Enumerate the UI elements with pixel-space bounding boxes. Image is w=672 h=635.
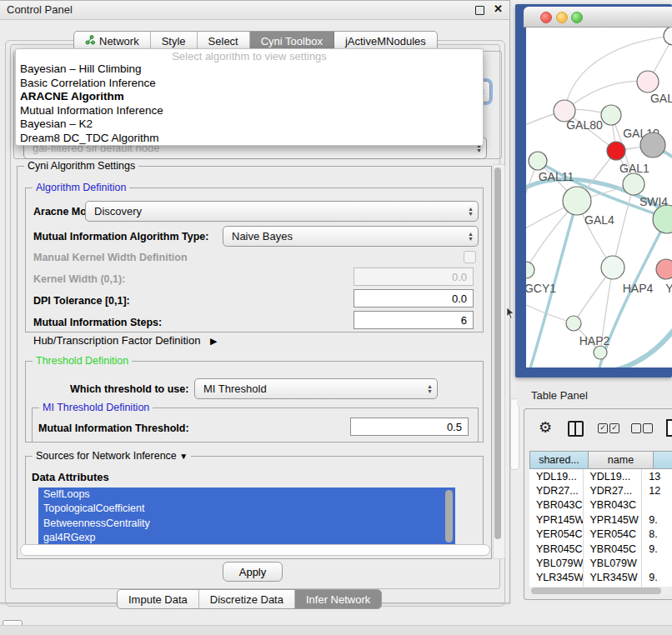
algorithm-option-basic-correlation-inference[interactable]: Basic Correlation Inference [16, 77, 483, 91]
node-gal80-label: GAL80 [566, 118, 603, 132]
node-hap4[interactable] [601, 256, 624, 279]
collapse-down-icon[interactable]: ▼ [179, 452, 188, 461]
network-view-window: GALGAL80GAL10GAL1GAL11GAL4SWI4GCY1HAP4YH… [515, 4, 672, 378]
network-canvas[interactable]: GALGAL80GAL10GAL1GAL11GAL4SWI4GCY1HAP4YH… [526, 28, 672, 368]
table-row[interactable]: YBR043CYBR043C [529, 498, 672, 512]
node-gal4-label: GAL4 [584, 213, 614, 227]
bottom-tab-bar: Impute DataDiscretize DataInfer Network [117, 589, 382, 609]
tab-impute-data[interactable]: Impute Data [118, 590, 199, 608]
node-red[interactable] [607, 142, 625, 160]
hub-transcription-factor-section[interactable]: Hub/Transcription Factor Definition ▶ [33, 334, 217, 347]
node-gal1-label: GAL1 [619, 162, 649, 175]
network-window-titlebar[interactable] [524, 7, 672, 28]
stepper-arrows-icon: ▲▼ [464, 232, 478, 242]
which-threshold-combobox[interactable]: MI Threshold ▲▼ [194, 378, 438, 399]
data-attributes-label: Data Attributes [32, 471, 109, 483]
column-header-name[interactable]: name [589, 451, 654, 469]
column-header-shared-name[interactable]: shared... [529, 451, 589, 469]
minimize-traffic-light-icon[interactable] [556, 12, 568, 23]
checked-checkbox-icon[interactable]: ✓ [609, 423, 619, 433]
data-attributes-list[interactable]: SelfLoopsTopologicalCoefficientBetweenne… [38, 488, 455, 546]
dpi-tolerance-label: DPI Tolerance [0,1]: [33, 295, 130, 307]
attribute-item-gal4rgexp[interactable]: gal4RGexp [38, 531, 455, 545]
node-gal2[interactable] [637, 71, 659, 92]
attribute-item-selfloops[interactable]: SelfLoops [38, 488, 455, 502]
table-row[interactable]: YDR27...YDR27...12 [529, 483, 672, 498]
tab-style[interactable]: Style [151, 32, 198, 50]
algorithm-option-bayesian-hill-climbing[interactable]: Bayesian – Hill Climbing [16, 62, 483, 77]
table-panel-title: Table Panel [531, 389, 588, 402]
node-bottom[interactable] [594, 346, 607, 359]
split-columns-icon[interactable] [568, 421, 584, 437]
manual-kernel-width-checkbox[interactable] [464, 251, 476, 263]
tab-jactivemnodules[interactable]: jActiveMNodules [334, 32, 437, 50]
node-salmon[interactable] [656, 259, 672, 279]
table-row[interactable]: YLR345WYLR345W9. [529, 571, 672, 585]
column-header-cut[interactable] [654, 451, 672, 469]
node-gray[interactable] [640, 132, 665, 158]
tab-select[interactable]: Select [198, 32, 250, 50]
algorithm-option-dream8-dc-tdc-algorithm[interactable]: Dream8 DC_TDC Algorithm [16, 132, 483, 146]
tab-label: Cyni Toolbox [261, 35, 323, 48]
screen: Control Panel ✕ NetworkStyleSelectCyni T… [0, 0, 672, 635]
tab-discretize-data[interactable]: Discretize Data [199, 590, 295, 608]
algorithm-option-bayesian-k2[interactable]: Bayesian – K2 [16, 118, 483, 132]
table-cell: YLR345W [529, 571, 584, 585]
gear-icon[interactable]: ⚙ [539, 418, 552, 437]
mi-threshold-field[interactable]: 0.5 [350, 418, 469, 436]
tab-label: Select [208, 35, 238, 48]
algorithm-option-mutual-information-inference[interactable]: Mutual Information Inference [16, 104, 483, 118]
dpi-tolerance-field[interactable]: 0.0 [354, 289, 474, 308]
unchecked-checkbox-icon[interactable] [631, 423, 641, 433]
tab-label: jActiveMNodules [345, 35, 426, 48]
node-swi4[interactable] [653, 205, 672, 233]
node-gcy1[interactable] [526, 262, 534, 278]
node-top-cut[interactable] [664, 28, 672, 45]
table-cell [642, 498, 672, 512]
checked-checkbox-icon[interactable]: ✓ [598, 423, 608, 433]
settings-horizontal-scrollbar[interactable] [20, 544, 490, 556]
close-icon[interactable]: ✕ [494, 2, 503, 15]
algorithm-dropdown-prompt: Select algorithm to view settings [16, 50, 483, 62]
apply-button[interactable]: Apply [223, 562, 283, 582]
table-horizontal-scrollbar[interactable] [529, 587, 671, 595]
attributes-list-scrollbar[interactable] [445, 490, 453, 542]
table-row[interactable]: YBL079WYBL079W [529, 556, 672, 570]
node-gal11[interactable] [529, 152, 547, 170]
expand-right-icon[interactable]: ▶ [210, 336, 217, 347]
attribute-item-betweennesscentrality[interactable]: BetweennessCentrality [38, 517, 455, 531]
table-cell: 9. [642, 571, 672, 585]
tab-infer-network[interactable]: Infer Network [295, 590, 381, 608]
table-row[interactable]: YER054CYER054C8. [529, 528, 672, 542]
zoom-traffic-light-icon[interactable] [571, 12, 583, 23]
table-scrollbar-thumb[interactable] [531, 588, 661, 594]
algorithm-option-aracne-algorithm[interactable]: ARACNE Algorithm [16, 90, 483, 104]
aracne-mode-combobox[interactable]: Discovery ▲▼ [85, 201, 479, 222]
node-gal10[interactable] [601, 105, 621, 125]
table-row[interactable]: YPR145WYPR145W9. [529, 512, 672, 527]
node-hap2[interactable] [566, 316, 581, 331]
node-gal1[interactable] [623, 173, 644, 195]
page-icon[interactable] [666, 419, 672, 437]
table-row[interactable]: YDL19...YDL19...13 [529, 469, 672, 483]
mi-algorithm-type-combobox[interactable]: Naive Bayes ▲▼ [223, 226, 479, 247]
tab-cyni-toolbox[interactable]: Cyni Toolbox [250, 32, 334, 50]
unchecked-checkbox-icon[interactable] [643, 423, 653, 433]
node-gal4[interactable] [563, 187, 591, 215]
attribute-item-topologicalcoefficient[interactable]: TopologicalCoefficient [38, 502, 455, 516]
settings-vertical-scrollbar[interactable] [493, 164, 505, 559]
mi-algorithm-type-value: Naive Bayes [232, 230, 293, 242]
network-edge [613, 184, 634, 268]
settings-scrollbar-thumb[interactable] [494, 168, 501, 539]
mi-threshold-definition-title: MI Threshold Definition [39, 402, 153, 413]
table-cell: YBR043C [529, 498, 584, 512]
close-traffic-light-icon[interactable] [540, 12, 552, 23]
mi-steps-field[interactable]: 6 [354, 311, 474, 329]
panel-divider-scrollbar[interactable] [510, 398, 519, 470]
tab-network[interactable]: Network [74, 32, 151, 50]
table-row[interactable]: YBR045CYBR045C9. [529, 542, 672, 556]
stepper-arrows-icon: ▲▼ [423, 384, 437, 394]
float-window-icon[interactable] [475, 6, 484, 15]
table-cell: 9. [642, 542, 672, 556]
threshold-definition-title: Threshold Definition [33, 355, 132, 367]
